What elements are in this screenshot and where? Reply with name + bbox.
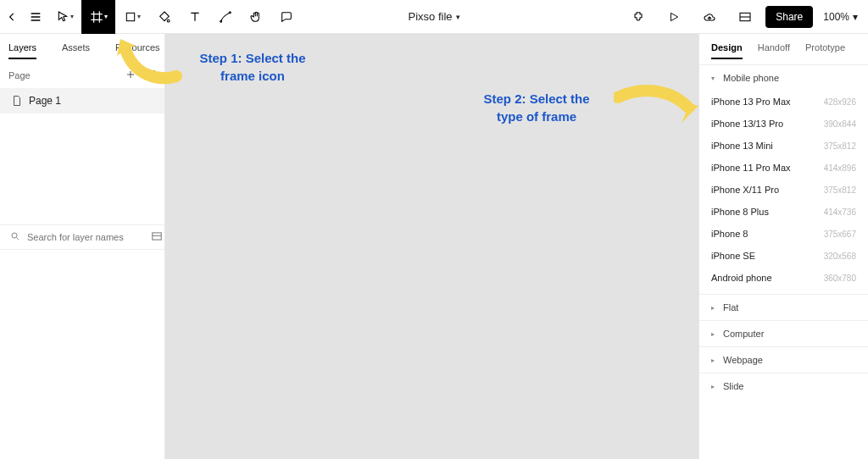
section-title: Slide xyxy=(723,381,743,391)
svg-point-3 xyxy=(229,11,231,13)
triangle-right-icon: ▸ xyxy=(711,357,718,364)
back-button[interactable] xyxy=(0,0,24,34)
chevron-down-icon: ▾ xyxy=(70,13,74,20)
svg-point-5 xyxy=(12,233,17,238)
annotation-step1: Step 1: Select the frame icon xyxy=(185,49,320,85)
triangle-down-icon: ▾ xyxy=(711,75,718,82)
section-title: Computer xyxy=(723,329,764,339)
page-name: Page 1 xyxy=(29,95,61,107)
tab-prototype[interactable]: Prototype xyxy=(805,42,845,59)
hand-tool[interactable] xyxy=(241,0,271,34)
section-computer: ▸ Computer xyxy=(699,320,868,346)
cloud-button[interactable] xyxy=(694,0,725,34)
search-input[interactable] xyxy=(27,232,144,242)
frame-preset[interactable]: iPhone 11 Pro Max414x896 xyxy=(699,157,868,179)
text-tool[interactable] xyxy=(180,0,210,34)
tab-resources[interactable]: Resources xyxy=(115,42,160,59)
section-slide: ▸ Slide xyxy=(699,373,868,399)
left-tabs: Layers Assets Resources xyxy=(0,34,164,64)
section-mobile: ▾ Mobile phone iPhone 13 Pro Max428x926 … xyxy=(699,64,868,294)
chevron-down-icon: ▾ xyxy=(456,13,460,21)
svg-point-1 xyxy=(167,19,170,22)
tab-layers[interactable]: Layers xyxy=(8,42,36,59)
frame-preset[interactable]: iPhone 8375x667 xyxy=(699,223,868,245)
right-tabs: Design Handoff Prototype xyxy=(699,34,868,64)
add-page-button[interactable] xyxy=(125,69,136,81)
page-list: Page 1 xyxy=(0,88,164,113)
annotation-step2: Step 2: Select the type of frame xyxy=(469,90,604,125)
section-title: Flat xyxy=(723,302,738,312)
frame-preset[interactable]: iPhone SE320x568 xyxy=(699,245,868,267)
move-tool[interactable]: ▾ xyxy=(47,0,81,34)
triangle-right-icon: ▸ xyxy=(711,383,718,390)
page-icon xyxy=(12,95,22,107)
left-panel: Layers Assets Resources Page Page 1 xyxy=(0,34,165,459)
section-header-slide[interactable]: ▸ Slide xyxy=(699,373,868,399)
paint-bucket-tool[interactable] xyxy=(149,0,180,34)
section-header-webpage[interactable]: ▸ Webpage xyxy=(699,347,868,373)
file-title[interactable]: Pixso file ▾ xyxy=(408,10,459,23)
frame-preset[interactable]: iPhone X/11 Pro375x812 xyxy=(699,179,868,201)
frame-preset[interactable]: iPhone 13 Mini375x812 xyxy=(699,135,868,157)
frame-tool[interactable]: ▾ xyxy=(81,0,115,34)
section-flat: ▸ Flat xyxy=(699,294,868,320)
pen-tool[interactable] xyxy=(210,0,241,34)
section-webpage: ▸ Webpage xyxy=(699,346,868,373)
search-icon xyxy=(10,231,20,243)
collapse-icon[interactable] xyxy=(151,231,163,243)
canvas[interactable] xyxy=(165,34,698,459)
toolbar-right: Share 100% ▾ xyxy=(623,0,863,34)
section-title: Mobile phone xyxy=(723,73,779,83)
chevron-down-icon: ▾ xyxy=(104,13,108,20)
layer-search xyxy=(0,224,164,250)
page-label: Page xyxy=(8,70,31,80)
section-header-computer[interactable]: ▸ Computer xyxy=(699,321,868,346)
plugins-button[interactable] xyxy=(623,0,654,34)
tab-assets[interactable]: Assets xyxy=(62,42,90,59)
tab-handoff[interactable]: Handoff xyxy=(758,42,790,59)
zoom-value: 100% xyxy=(823,11,849,23)
frame-preset[interactable]: iPhone 13 Pro Max428x926 xyxy=(699,91,868,113)
svg-point-2 xyxy=(220,20,222,22)
frame-preset[interactable]: Android phone360x780 xyxy=(699,267,868,289)
frame-preset[interactable]: iPhone 8 Plus414x736 xyxy=(699,201,868,223)
triangle-right-icon: ▸ xyxy=(711,330,718,338)
right-panel: Design Handoff Prototype ▾ Mobile phone … xyxy=(698,34,868,459)
zoom-control[interactable]: 100% ▾ xyxy=(818,11,863,23)
section-title: Webpage xyxy=(723,355,763,365)
section-header-mobile[interactable]: ▾ Mobile phone xyxy=(699,65,868,91)
top-toolbar: ▾ ▾ ▾ Pixso file ▾ xyxy=(0,0,868,34)
shape-tool[interactable]: ▾ xyxy=(115,0,149,34)
chevron-down-icon: ▾ xyxy=(853,11,858,23)
page-list-button[interactable] xyxy=(146,69,156,81)
share-button[interactable]: Share xyxy=(765,6,813,28)
file-title-text: Pixso file xyxy=(408,10,452,23)
page-header: Page xyxy=(0,64,164,86)
page-item[interactable]: Page 1 xyxy=(0,88,164,113)
view-mode-button[interactable] xyxy=(730,0,760,34)
tab-design[interactable]: Design xyxy=(711,42,743,59)
frame-preset[interactable]: iPhone 13/13 Pro390x844 xyxy=(699,113,868,135)
triangle-right-icon: ▸ xyxy=(711,304,718,312)
svg-rect-0 xyxy=(126,13,134,20)
menu-button[interactable] xyxy=(24,0,47,34)
preset-list-mobile: iPhone 13 Pro Max428x926 iPhone 13/13 Pr… xyxy=(699,91,868,294)
play-button[interactable] xyxy=(659,0,689,34)
section-header-flat[interactable]: ▸ Flat xyxy=(699,295,868,320)
comment-tool[interactable] xyxy=(271,0,302,34)
toolbar-left: ▾ ▾ ▾ xyxy=(0,0,302,34)
chevron-down-icon: ▾ xyxy=(137,13,141,20)
